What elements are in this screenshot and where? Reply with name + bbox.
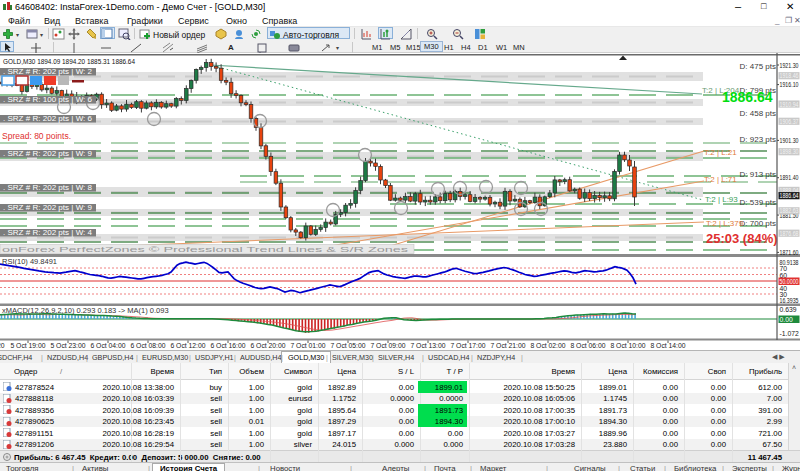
svg-text:8 Oct 2020: 8 Oct 2020: [0, 342, 5, 349]
svg-text:D: 458 pts: D: 458 pts: [740, 109, 776, 118]
svg-text:. SRZ # R: 202 pts | W: 4: . SRZ # R: 202 pts | W: 4: [3, 228, 92, 237]
svg-text:T:2 | L:21: T:2 | L:21: [704, 148, 737, 157]
svg-text:1906.37: 1906.37: [780, 118, 799, 125]
svg-text:7 Oct 01:00: 7 Oct 01:00: [290, 342, 325, 349]
svg-text:7 Oct 05:00: 7 Oct 05:00: [330, 342, 365, 349]
svg-text:5 Oct 19:00: 5 Oct 19:00: [10, 342, 45, 349]
svg-text:. SRZ # R: 100 pts | W: 6: . SRZ # R: 100 pts | W: 6: [3, 95, 92, 104]
svg-text:D: 539 pts: D: 539 pts: [740, 198, 776, 207]
svg-text:6 Oct 12:00: 6 Oct 12:00: [170, 342, 205, 349]
svg-text:1886.64: 1886.64: [780, 192, 799, 199]
svg-text:D: 475 pts: D: 475 pts: [740, 62, 776, 71]
svg-text:. SRZ # R: 202 pts | W: 9: . SRZ # R: 202 pts | W: 9: [3, 203, 92, 212]
svg-text:0.00: 0.00: [780, 316, 793, 323]
svg-text:16.3935: 16.3935: [780, 297, 799, 304]
svg-text:7 Oct 13:00: 7 Oct 13:00: [410, 342, 445, 349]
svg-text:8 Oct 02:00: 8 Oct 02:00: [530, 342, 565, 349]
svg-text:Spread: 80 points.: Spread: 80 points.: [2, 131, 71, 141]
svg-text:7 Oct 21:00: 7 Oct 21:00: [490, 342, 525, 349]
svg-text:. SRZ # R: 202 pts | W: 8: . SRZ # R: 202 pts | W: 8: [3, 183, 92, 192]
svg-text:7 Oct 17:00: 7 Oct 17:00: [450, 342, 485, 349]
svg-text:1886.64: 1886.64: [722, 89, 773, 105]
svg-text:25:03 (84%): 25:03 (84%): [706, 231, 778, 246]
svg-text:1916.10: 1916.10: [780, 81, 799, 88]
svg-text:1921.30: 1921.30: [780, 62, 799, 69]
svg-text:T:2 | L:71: T:2 | L:71: [704, 175, 737, 184]
svg-text:. SRZ # R: 202 pts | W: 2: . SRZ # R: 202 pts | W: 2: [3, 67, 92, 76]
svg-text:5 Oct 23:00: 5 Oct 23:00: [50, 342, 85, 349]
svg-text:8 Oct 10:00: 8 Oct 10:00: [610, 342, 645, 349]
svg-text:1891.40: 1891.40: [780, 174, 799, 181]
svg-text:6 Oct 08:00: 6 Oct 08:00: [130, 342, 165, 349]
svg-text:onForex PerfectZones © Profess: onForex PerfectZones © Professional Tren…: [2, 245, 408, 254]
svg-text:8 Oct 06:00: 8 Oct 06:00: [570, 342, 605, 349]
svg-text:D: 700 pts: D: 700 pts: [740, 219, 776, 228]
svg-text:T:2 | L:93: T:2 | L:93: [705, 195, 738, 204]
svg-text:6 Oct 20:00: 6 Oct 20:00: [250, 342, 285, 349]
svg-text:1871.60: 1871.60: [780, 249, 799, 256]
svg-text:1876.68: 1876.68: [780, 230, 799, 237]
svg-text:xMACD(12,26,9,2,10) 0.293 0.18: xMACD(12,26,9,2,10) 0.293 0.183 -> MA(1)…: [2, 306, 169, 315]
svg-text:1882.63: 1882.63: [780, 207, 799, 214]
svg-text:8 Oct 14:00: 8 Oct 14:00: [650, 342, 685, 349]
svg-text:. SRZ # R: 202 pts | W: 9: . SRZ # R: 202 pts | W: 9: [3, 149, 92, 158]
svg-text:6 Oct 16:00: 6 Oct 16:00: [210, 342, 245, 349]
svg-text:-1.072: -1.072: [780, 330, 799, 337]
svg-text:D: 923 pts: D: 923 pts: [740, 135, 776, 144]
svg-text:1901.30: 1901.30: [780, 137, 799, 144]
svg-text:T:2 | L:379: T:2 | L:379: [706, 219, 744, 228]
svg-text:6 Oct 04:00: 6 Oct 04:00: [90, 342, 125, 349]
svg-text:RSI(10) 49.8491: RSI(10) 49.8491: [2, 257, 57, 266]
svg-text:GOLD,M30 1894.09 1894.20 1885: GOLD,M30 1894.09 1894.20 1885.31 1886.64: [3, 57, 135, 66]
svg-text:1918.46: 1918.46: [780, 72, 799, 79]
svg-text:7 Oct 09:00: 7 Oct 09:00: [370, 342, 405, 349]
svg-text:1898.30: 1898.30: [780, 148, 799, 155]
svg-text:1910.94: 1910.94: [780, 101, 799, 108]
svg-text:. SRZ # R: 202 pts | W: 6: . SRZ # R: 202 pts | W: 6: [3, 114, 92, 123]
svg-text:0.639: 0.639: [780, 306, 797, 313]
svg-text:D: 913 pts: D: 913 pts: [740, 170, 776, 179]
